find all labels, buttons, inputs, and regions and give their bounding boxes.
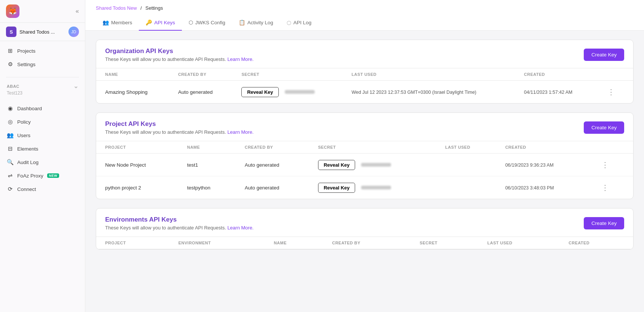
abac-section-label: ABAC ⌄ <box>0 80 85 90</box>
more-options-button[interactable]: ⋮ <box>598 182 612 194</box>
sidebar-item-label: Audit Log <box>17 160 39 165</box>
org-api-keys-card: Organization API Keys These Keys will al… <box>96 40 634 104</box>
env-table-wrap: PROJECT ENVIRONMENT NAME CREATED BY SECR… <box>96 237 633 249</box>
secret-value-blurred <box>361 186 391 189</box>
tab-api-keys[interactable]: 🔑 API Keys <box>139 16 182 31</box>
sidebar-item-label: Elements <box>17 146 38 152</box>
sidebar: 🦊 « S Shared Todos ... JD ⊞ Projects ⚙ S… <box>0 0 85 312</box>
row-secret: Reveal Key <box>309 154 436 176</box>
row-created-by: Auto generated <box>169 81 233 104</box>
row-secret: Reveal Key <box>232 81 342 104</box>
api-log-tab-icon: ◌ <box>287 19 291 25</box>
sidebar-item-label: Dashboard <box>17 106 42 111</box>
org-card-desc: These Keys will allow you to authenticat… <box>105 56 254 62</box>
connect-icon: ⟳ <box>7 186 13 192</box>
org-card-title: Organization API Keys <box>105 47 254 55</box>
sidebar-item-settings[interactable]: ⚙ Settings <box>0 58 85 71</box>
activity-log-tab-icon: 📋 <box>239 19 245 25</box>
col-actions <box>589 141 633 154</box>
more-options-button[interactable]: ⋮ <box>604 86 618 98</box>
sidebar-item-projects[interactable]: ⊞ Projects <box>0 44 85 58</box>
breadcrumb-separator: / <box>140 5 142 11</box>
row-name: Amazing Shopping <box>96 81 169 104</box>
sidebar-item-policy[interactable]: ◎ Policy <box>0 115 85 129</box>
col-created-by: CREATED BY <box>323 237 410 249</box>
project-table-wrap: PROJECT NAME CREATED BY SECRET LAST USED… <box>96 141 633 199</box>
table-row: New Node Project test1 Auto generated Re… <box>96 154 633 176</box>
col-created-by: CREATED BY <box>236 141 309 154</box>
sidebar-item-label: Policy <box>17 119 31 125</box>
topbar: Shared Todos New / Settings 👥 Members 🔑 … <box>85 0 644 31</box>
collapse-sidebar-button[interactable]: « <box>76 8 79 15</box>
new-badge: NEW <box>47 173 59 178</box>
audit-log-icon: 🔍 <box>7 159 13 166</box>
col-name: NAME <box>96 68 169 81</box>
sidebar-item-label: Settings <box>17 62 36 67</box>
org-create-key-button[interactable]: Create Key <box>584 49 624 61</box>
project-create-key-button[interactable]: Create Key <box>584 121 624 134</box>
row-more: ⋮ <box>589 154 633 176</box>
row-created-by: Auto generated <box>236 154 309 176</box>
more-options-button[interactable]: ⋮ <box>598 159 612 171</box>
col-secret: SECRET <box>309 141 436 154</box>
env-card-desc: These Keys will allow you to authenticat… <box>105 225 254 231</box>
col-created: CREATED <box>515 68 595 81</box>
secret-value-blurred <box>285 90 315 94</box>
sidebar-item-audit-log[interactable]: 🔍 Audit Log <box>0 155 85 169</box>
org-table-wrap: NAME CREATED BY SECRET LAST USED CREATED… <box>96 68 633 103</box>
env-learn-more-link[interactable]: Learn More. <box>228 225 254 231</box>
project-api-keys-table: PROJECT NAME CREATED BY SECRET LAST USED… <box>96 141 633 199</box>
table-row: python project 2 testpython Auto generat… <box>96 176 633 199</box>
row-name: testpython <box>178 176 236 199</box>
sidebar-item-connect[interactable]: ⟳ Connect <box>0 182 85 196</box>
dashboard-icon: ◉ <box>7 105 13 112</box>
sidebar-item-dashboard[interactable]: ◉ Dashboard <box>0 102 85 115</box>
sidebar-item-label: Connect <box>17 186 36 192</box>
col-name: NAME <box>265 237 323 249</box>
row-more: ⋮ <box>589 176 633 199</box>
sidebar-item-label: FoAz Proxy <box>17 173 43 179</box>
breadcrumb-parent[interactable]: Shared Todos New <box>96 5 137 11</box>
col-secret: SECRET <box>232 68 342 81</box>
col-name: NAME <box>178 141 236 154</box>
col-created-by: CREATED BY <box>169 68 233 81</box>
col-last-used: LAST USED <box>342 68 515 81</box>
foaz-proxy-icon: ⇌ <box>7 172 13 179</box>
reveal-key-button[interactable]: Reveal Key <box>241 87 278 97</box>
sidebar-item-foaz-proxy[interactable]: ⇌ FoAz Proxy NEW <box>0 169 85 182</box>
users-icon: 👥 <box>7 132 13 139</box>
env-create-key-button[interactable]: Create Key <box>584 217 624 229</box>
reveal-key-button[interactable]: Reveal Key <box>318 160 355 170</box>
org-card-info: Organization API Keys These Keys will al… <box>105 47 254 62</box>
tab-jwks-config[interactable]: ⬡ JWKS Config <box>182 16 232 31</box>
tab-activity-log[interactable]: 📋 Activity Log <box>232 16 280 31</box>
breadcrumb: Shared Todos New / Settings <box>96 5 634 11</box>
org-card-header: Organization API Keys These Keys will al… <box>96 40 633 68</box>
sidebar-item-users[interactable]: 👥 Users <box>0 129 85 142</box>
env-card-title: Environments API Keys <box>105 216 254 223</box>
env-api-keys-table: PROJECT ENVIRONMENT NAME CREATED BY SECR… <box>96 237 633 249</box>
row-created: 06/10/2023 3:48:03 PM <box>496 176 589 199</box>
project-api-keys-card: Project API Keys These Keys will allow y… <box>96 112 634 199</box>
sidebar-header: 🦊 « <box>0 0 85 23</box>
bottom-nav: ◉ Dashboard ◎ Policy 👥 Users ⊟ Elements … <box>0 99 85 199</box>
row-name: test1 <box>178 154 236 176</box>
sidebar-item-elements[interactable]: ⊟ Elements <box>0 142 85 155</box>
user-avatar[interactable]: JD <box>68 27 79 37</box>
project-card-title: Project API Keys <box>105 120 254 128</box>
org-learn-more-link[interactable]: Learn More. <box>228 56 254 62</box>
col-project: PROJECT <box>96 237 170 249</box>
col-actions <box>595 68 634 81</box>
members-tab-icon: 👥 <box>103 19 109 25</box>
row-more: ⋮ <box>595 81 634 104</box>
breadcrumb-current: Settings <box>145 5 163 11</box>
app-logo: 🦊 <box>6 4 19 18</box>
top-nav: ⊞ Projects ⚙ Settings <box>0 41 85 74</box>
sidebar-item-label: Users <box>17 133 30 138</box>
tab-api-log[interactable]: ◌ API Log <box>280 16 318 31</box>
org-selector[interactable]: S Shared Todos ... JD <box>0 23 85 41</box>
project-learn-more-link[interactable]: Learn More. <box>228 129 254 135</box>
tab-members[interactable]: 👥 Members <box>96 16 139 31</box>
reveal-key-button[interactable]: Reveal Key <box>318 183 355 193</box>
col-last-used: LAST USED <box>478 237 559 249</box>
